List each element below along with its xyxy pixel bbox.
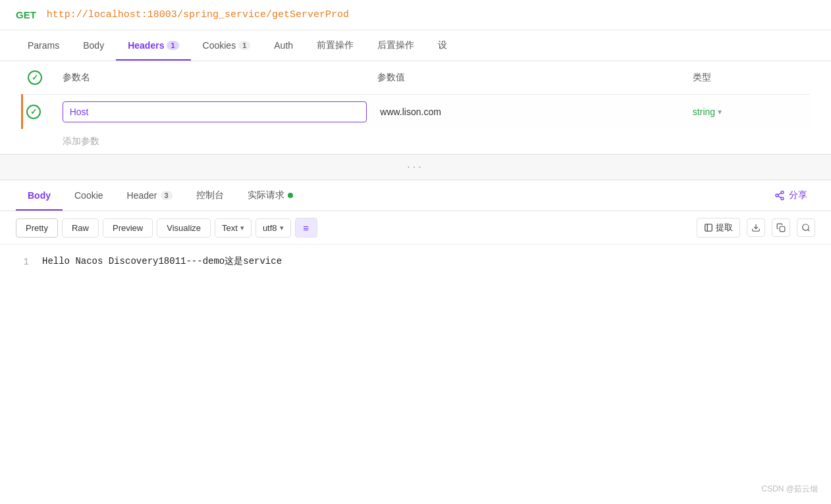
active-dot-icon [288,193,293,198]
tab-auth[interactable]: Auth [262,31,305,60]
add-param-check [22,129,57,154]
headers-badge: 1 [167,41,178,50]
watermark: CSDN @茹云烟 [761,484,818,495]
row-enabled-icon[interactable]: ✓ [26,105,41,119]
search-button[interactable] [797,218,815,237]
headers-table: ✓ 参数名 参数值 类型 ✓ www.lison.com [21,61,810,154]
svg-rect-8 [780,226,785,232]
http-method: GET [16,9,36,20]
table-row: ✓ www.lison.com string ▾ [22,95,811,130]
tab-headers[interactable]: Headers 1 [116,31,190,60]
format-toolbar: Pretty Raw Preview Visualize Text ▾ utf8… [0,211,831,245]
copy-icon [776,223,786,232]
word-wrap-icon: ≡ [303,222,309,234]
col-param-value: 参数值 [372,61,687,95]
resp-tab-console[interactable]: 控制台 [184,180,236,211]
download-icon [751,223,761,232]
svg-line-10 [808,230,810,232]
copy-button[interactable] [772,218,790,237]
line-number: 1 [16,257,29,267]
resp-tab-body[interactable]: Body [16,181,63,210]
divider-dots: ··· [407,161,423,173]
line-content: Hello Nacos Discovery18011---demo这是servi… [42,255,282,267]
preview-button[interactable]: Preview [103,218,153,238]
add-param-label[interactable]: 添加参数 [57,129,810,154]
search-icon [801,223,811,232]
tab-settings[interactable]: 设 [426,30,459,61]
encoding-dropdown-chevron-icon: ▾ [280,224,284,232]
param-name-input[interactable] [63,101,367,122]
resp-tab-header[interactable]: Header 3 [115,181,184,210]
extract-button[interactable]: 提取 [697,218,740,238]
text-format-dropdown[interactable]: Text ▾ [215,218,252,238]
extract-icon [704,223,713,232]
resp-tab-cookie[interactable]: Cookie [63,181,115,210]
response-line: 1 Hello Nacos Discovery18011---demo这是ser… [16,255,815,267]
text-format-label: Text [222,223,238,233]
request-tabs: Params Body Headers 1 Cookies 1 Auth 前置操… [0,30,831,61]
check-all-icon[interactable]: ✓ [28,70,42,85]
tab-pre-op[interactable]: 前置操作 [305,30,365,61]
response-tabs: Body Cookie Header 3 控制台 实际请求 分享 [0,180,831,211]
download-button[interactable] [747,218,765,237]
type-value: string [693,107,715,117]
param-value-text: www.lison.com [377,102,444,122]
tab-post-op[interactable]: 后置操作 [365,30,426,61]
encoding-dropdown[interactable]: utf8 ▾ [255,218,291,238]
row-check-cell: ✓ [22,95,57,130]
header-badge: 3 [161,191,173,200]
response-body: 1 Hello Nacos Discovery18011---demo这是ser… [0,245,831,278]
add-param-row[interactable]: 添加参数 [22,129,811,154]
raw-button[interactable]: Raw [62,218,99,238]
pretty-button[interactable]: Pretty [16,218,58,238]
type-select[interactable]: string ▾ [693,107,805,117]
param-value-cell: www.lison.com [372,95,687,130]
svg-line-4 [778,193,782,195]
chevron-down-icon: ▾ [718,107,722,116]
text-dropdown-chevron-icon: ▾ [240,224,244,232]
svg-point-9 [803,224,809,230]
param-name-cell[interactable] [57,95,373,130]
url-bar: GET http://localhost:18003/spring_servic… [0,0,831,30]
section-divider: ··· [0,154,831,180]
share-label: 分享 [789,189,807,201]
tab-cookies[interactable]: Cookies 1 [191,31,263,60]
share-icon [774,190,785,201]
svg-line-3 [778,196,782,198]
svg-rect-5 [705,224,712,232]
resp-tab-actual-req[interactable]: 实际请求 [236,180,305,211]
type-cell[interactable]: string ▾ [687,95,810,130]
extract-label: 提取 [716,222,733,234]
encoding-label: utf8 [263,223,277,233]
col-param-name: 参数名 [57,61,373,95]
tab-params[interactable]: Params [16,31,71,60]
visualize-button[interactable]: Visualize [157,218,211,238]
headers-section: ✓ 参数名 参数值 类型 ✓ www.lison.com [0,61,831,154]
col-type: 类型 [687,61,810,95]
word-wrap-button[interactable]: ≡ [295,218,317,238]
cookies-badge: 1 [238,41,250,50]
request-url: http://localhost:18003/spring_service/ge… [47,9,349,20]
tab-body[interactable]: Body [71,31,116,60]
col-check: ✓ [22,61,57,95]
right-actions: 提取 [697,218,815,238]
share-button[interactable]: 分享 [766,184,815,207]
